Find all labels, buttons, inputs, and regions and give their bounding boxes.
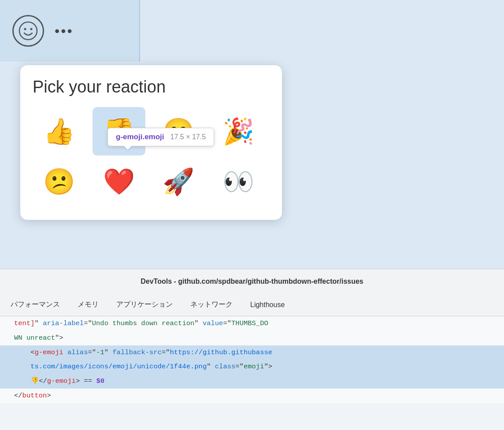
code-line-3[interactable]: <g-emoji alias="-1" fallback-src="https:…	[0, 345, 504, 360]
tab-lighthouse[interactable]: Lighthouse	[250, 298, 285, 311]
code-line-5[interactable]: 👎</g-emoji> == $0	[0, 374, 504, 389]
svg-point-1	[24, 28, 26, 30]
tab-performance[interactable]: パフォーマンス	[11, 297, 60, 312]
code-line-2: WN unreact">	[0, 331, 504, 345]
tooltip-element-name: g-emoji.emoji	[116, 133, 164, 141]
reaction-rocket[interactable]: 🚀	[152, 157, 205, 206]
reaction-grid: 👍 👎 😄 🎉 😕 ❤️ 🚀 👀	[33, 107, 270, 206]
element-tooltip: g-emoji.emoji 17.5 × 17.5	[107, 128, 214, 146]
code-line-6: </button>	[0, 389, 504, 403]
code-panel: tent]" aria-label="Undo thumbs down reac…	[0, 316, 504, 403]
tab-memory[interactable]: メモリ	[78, 297, 99, 312]
devtools-titlebar: DevTools - github.com/spdbear/github-thu…	[0, 269, 504, 293]
svg-point-0	[19, 22, 37, 40]
reaction-hooray[interactable]: 🎉	[212, 107, 265, 156]
tab-network[interactable]: ネットワーク	[190, 297, 233, 312]
reaction-thumbs-up[interactable]: 👍	[33, 107, 85, 156]
code-line-1: tent]" aria-label="Undo thumbs down reac…	[0, 316, 504, 331]
svg-point-2	[30, 28, 33, 30]
emoji-btn-area: •••	[0, 0, 140, 62]
tab-application[interactable]: アプリケーション	[116, 297, 173, 312]
devtools-tabs-bar: パフォーマンス メモリ アプリケーション ネットワーク Lighthouse	[0, 293, 504, 316]
reaction-heart[interactable]: ❤️	[93, 157, 145, 206]
code-line-4[interactable]: ts.com/images/icons/emoji/unicode/1f44e.…	[0, 360, 504, 374]
picker-title: Pick your reaction	[33, 78, 270, 96]
reaction-eyes[interactable]: 👀	[212, 157, 265, 206]
smiley-button[interactable]	[12, 15, 44, 47]
tooltip-element-size: 17.5 × 17.5	[170, 133, 206, 141]
devtools-title: DevTools - github.com/spdbear/github-thu…	[141, 278, 363, 285]
reaction-confused[interactable]: 😕	[33, 157, 85, 206]
browser-area: ••• Pick your reaction 👍 👎 😄 🎉 😕 ❤️ 🚀 👀 …	[0, 0, 504, 269]
more-options-button[interactable]: •••	[55, 23, 74, 39]
